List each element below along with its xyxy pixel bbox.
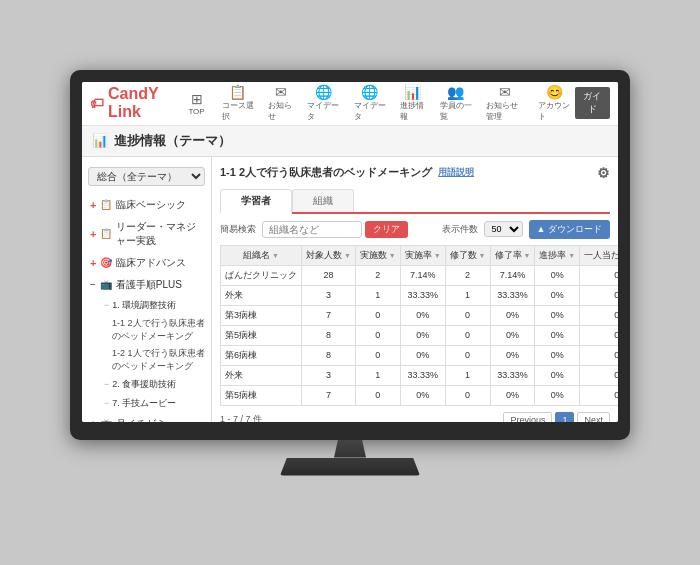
monitor-stand [280,440,420,476]
table-cell-1: 8 [302,345,356,365]
logo: 🏷 CandY Link [90,85,182,121]
sidebar-sub-sub-bed2[interactable]: 1-2 1人で行う臥床患者のベッドメーキング [108,345,211,375]
clear-button[interactable]: クリア [365,221,408,238]
tab-learner[interactable]: 学習者 [220,189,292,214]
stand-base [280,458,420,476]
show-count-label: 表示件数 [442,223,478,236]
th-complete[interactable]: 修了数 [445,245,490,265]
download-button[interactable]: ▲ ダウンロード [529,220,610,239]
table-cell-7: 0:00:00 [580,365,618,385]
th-time[interactable]: 一人当たり学習時間 [580,245,618,265]
count-select[interactable]: 50 [484,221,523,237]
sidebar-filter-select[interactable]: 総合（全テーマ） [88,167,205,186]
sidebar-sub-tech[interactable]: 7. 手技ムービー [98,394,211,413]
tab-org[interactable]: 組織 [292,189,354,212]
page-title-bar: 📊 進捗情報（テーマ） [82,126,618,157]
table-cell-3: 0% [400,325,445,345]
account-icon: 😊 [546,84,563,100]
table-cell-5: 33.33% [490,285,535,305]
table-header-row: 組織名 対象人数 実施数 実施率 修了数 修了率 進捗率 一人当たり学習時間 [221,245,619,265]
table-cell-4: 0 [445,325,490,345]
nav-notice[interactable]: ✉ お知らせ [264,82,298,124]
sidebar-item-monthly[interactable]: 📺 月イチゼミ [82,413,211,422]
gear-icon[interactable]: ⚙ [597,165,610,181]
table-cell-7: 0:00:00 [580,325,618,345]
page-title-icon: 📊 [92,133,108,148]
th-org[interactable]: 組織名 [221,245,302,265]
sidebar-sub-env[interactable]: 1. 環境調整技術 [98,296,211,315]
th-progress[interactable]: 進捗率 [535,245,580,265]
table-row: 外来3133.33%133.33%0%0:00:00 [221,365,619,385]
current-page-button[interactable]: 1 [555,412,574,422]
table-cell-5: 0% [490,305,535,325]
table-row: 第5病棟700%00%0%0:00:00 [221,385,619,405]
nav-top[interactable]: ⊞ TOP [182,89,212,118]
nav-manage[interactable]: ✉ お知らせ管理 [482,82,529,124]
next-page-button[interactable]: Next [577,412,610,422]
monitor-screen-border: 🏷 CandY Link ⊞ TOP 📋 コース選択 ✉ お知らせ [70,70,630,440]
sidebar-sub-env-label: 1. 環境調整技術 [112,299,176,312]
logo-text: CandY Link [108,85,182,121]
sidebar-item-clinical-basic-label: 臨床ベーシック [116,198,186,212]
sidebar-sub-food[interactable]: 2. 食事援助技術 [98,375,211,394]
table-cell-2: 1 [355,365,400,385]
nav-icons: ⊞ TOP 📋 コース選択 ✉ お知らせ 🌐 マイデータ [182,82,575,124]
table-cell-2: 0 [355,305,400,325]
sidebar-sub-sub-bed1[interactable]: 1-1 2人で行う臥床患者のベッドメーキング [108,315,211,345]
main-layout: 総合（全テーマ） 📋 臨床ベーシック 📋 リーダー・マネジャー実践 🎯 臨床アド… [82,157,618,422]
table-cell-0: 第3病棟 [221,305,302,325]
sidebar-sub-sub-env: 1-1 2人で行う臥床患者のベッドメーキング 1-2 1人で行う臥床患者のベッド… [98,315,211,375]
sidebar-item-monthly-label: 月イチゼミ [116,417,166,422]
th-complete-rate[interactable]: 修了率 [490,245,535,265]
table-cell-2: 1 [355,285,400,305]
sidebar-item-advanced[interactable]: 🎯 臨床アドバンス [82,252,211,274]
table-cell-3: 0% [400,305,445,325]
table-cell-6: 0% [535,305,580,325]
sidebar-sub-sub-bed1-label: 1-1 2人で行う臥床患者のベッドメーキング [112,318,205,341]
sidebar-item-nursing[interactable]: 📺 看護手順PLUS [82,274,211,296]
guide-button[interactable]: ガイド [575,87,610,119]
nav-progress-label: 進捗情報 [400,100,426,122]
mydata2-icon: 🌐 [361,84,378,100]
sidebar-item-clinical-basic[interactable]: 📋 臨床ベーシック [82,194,211,216]
table-cell-6: 0% [535,345,580,365]
nav-progress[interactable]: 📊 進捗情報 [396,82,430,124]
nav-mydata2[interactable]: 🌐 マイデータ [350,82,390,124]
sidebar-sub-food-label: 2. 食事援助技術 [112,378,176,391]
table-cell-2: 0 [355,345,400,365]
th-done[interactable]: 実施数 [355,245,400,265]
nav-members[interactable]: 👥 学員の一覧 [436,82,476,124]
table-cell-0: 第5病棟 [221,385,302,405]
table-row: 第6病棟800%00%0%0:00:00 [221,345,619,365]
nav-course[interactable]: 📋 コース選択 [218,82,258,124]
table-cell-1: 3 [302,285,356,305]
sidebar-item-nursing-label: 看護手順PLUS [116,278,182,292]
th-target[interactable]: 対象人数 [302,245,356,265]
stand-neck [330,440,370,458]
table-cell-4: 0 [445,305,490,325]
table-row: 第5病棟800%00%0%0:00:00 [221,325,619,345]
table-cell-1: 7 [302,385,356,405]
help-link[interactable]: 用語説明 [438,166,474,179]
nav-mydata1[interactable]: 🌐 マイデータ [303,82,343,124]
table-cell-6: 0% [535,265,580,285]
page-title: 進捗情報（テーマ） [114,132,231,150]
nav-account[interactable]: 😊 アカウント [534,82,574,124]
prev-page-button[interactable]: Previous [503,412,552,422]
sidebar-top: 総合（全テーマ） [82,163,211,190]
th-done-rate[interactable]: 実施率 [400,245,445,265]
logo-icon: 🏷 [90,95,104,111]
table-cell-1: 7 [302,305,356,325]
table-cell-6: 0% [535,385,580,405]
header: 🏷 CandY Link ⊞ TOP 📋 コース選択 ✉ お知らせ [82,82,618,126]
table-cell-2: 2 [355,265,400,285]
table-cell-2: 0 [355,325,400,345]
content-title-text: 1-1 2人で行う臥床患者のベッドメーキング [220,165,432,180]
nav-members-label: 学員の一覧 [440,100,472,122]
table-cell-3: 7.14% [400,265,445,285]
monthly-icon: 📺 [100,418,112,422]
table-cell-3: 0% [400,345,445,365]
right-controls: 表示件数 50 ▲ ダウンロード [442,220,610,239]
sidebar-item-leader[interactable]: 📋 リーダー・マネジャー実践 [82,216,211,252]
search-input[interactable] [262,221,362,238]
